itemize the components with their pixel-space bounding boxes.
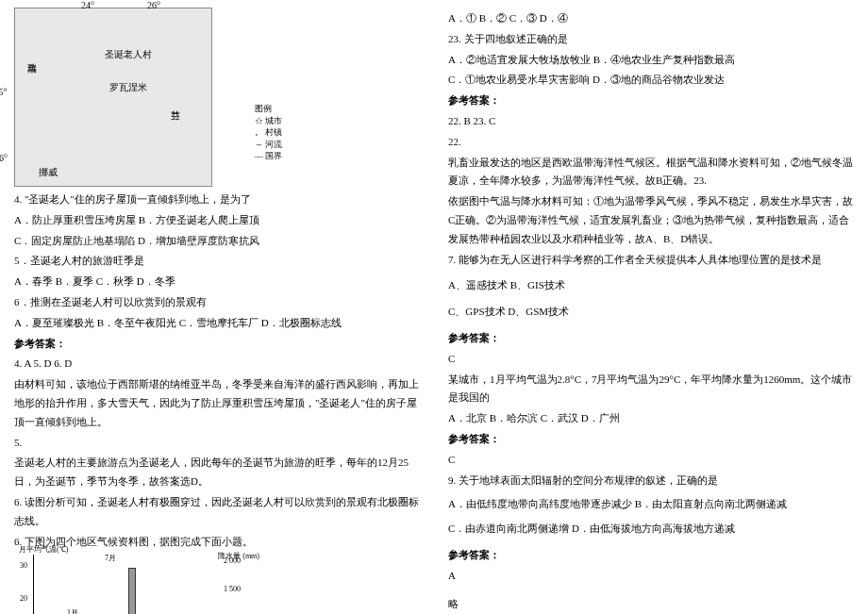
q9-opts-ab: A．由低纬度地带向高纬度地带逐步减少 B．由太阳直射点向南北两侧递减 [448,495,854,514]
exp-22: 乳畜业最发达的地区是西欧温带海洋性气候区。根据气温和降水资料可知，②地气候冬温夏… [448,154,854,191]
q4-opts-ab: A．防止厚重积雪压垮房屋 B．方便圣诞老人爬上屋顶 [14,211,420,230]
answer-9: A [448,567,854,586]
legend-city: ☆ 城市 [255,115,282,127]
map-legend: 图例 ☆ 城市 。 村镇 ～ 河流 — 国界 [255,103,282,162]
answer-label-7: 参考答案： [448,329,854,348]
q-chart-intro: 6. 下图为四个地区气候资料图，据图完成下面小题。 [14,533,420,552]
climate-chart: 降水量 (mm) 30 20 10 0 2 000 1 500 1 000 50… [33,555,212,614]
exp-23: 依据图中气温与降水材料可知：①地为温带季风气候，季风不稳定，易发生水旱灾害，故C… [448,192,854,248]
country-norway: 挪威 [39,164,58,181]
q9-stem: 9. 关于地球表面太阳辐射的空间分布规律的叙述，正确的是 [448,472,854,490]
lon-24: 24° [81,0,94,14]
answer-2223: 22. B 23. C [448,112,854,131]
answer-7: C [448,350,854,369]
q7-opts-cd: C、GPS技术 D、GSM技术 [448,303,854,322]
q9-opts-cd: C．由赤道向南北两侧递增 D．由低海拔地方向高海拔地方递减 [448,520,854,539]
q6-stem: 6．推测在圣诞老人村可以欣赏到的景观有 [14,293,420,312]
legend-river: ～ 河流 [255,139,282,151]
rtick-1500: 1 500 [224,583,241,596]
answer-label-8: 参考答案： [448,430,854,449]
q7-opts-ab: A、遥感技术 B、GIS技术 [448,276,854,295]
q5-opts: A．春季 B．夏季 C．秋季 D．冬季 [14,273,420,291]
answer-8: C [448,451,854,470]
q4-opts-cd: C．固定房屋防止地基塌陷 D．增加墙壁厚度防寒抗风 [14,232,420,251]
legend-title: 图例 [255,103,282,115]
rtick-2000: 2 000 [224,555,241,568]
answer-label-2223: 参考答案： [448,91,854,110]
q7-stem: 7. 能够为在无人区进行科学考察的工作者全天候提供本人具体地理位置的是技术是 [448,251,854,270]
map-figure: 24° 26° 66.5° 66° 圣诞老人村 罗瓦涅米 瑞典 芬兰 挪威 图例… [14,8,212,187]
answer-label-456: 参考答案： [14,335,420,354]
q8-opts: A．北京 B．哈尔滨 C．武汉 D．广州 [448,409,854,428]
place-rov: 罗瓦涅米 [109,79,147,96]
q23-opts-cd: C．①地农业易受水旱灾害影响 D．③地的商品谷物农业发达 [448,71,854,90]
q6-opts: A．夏至璀璨极光 B．冬至午夜阳光 C．雪地摩托车厂 D．北极圈标志线 [14,314,420,333]
q4-stem: 4. "圣诞老人"住的房子屋顶一直倾斜到地上，是为了 [14,191,420,209]
q23-stem: 23. 关于四地叙述正确的是 [448,30,854,49]
bar-3 [128,568,136,614]
tick-30: 30 [20,559,27,573]
exp-4: 由材料可知，该地位于西部斯堪的纳维亚半岛，冬季受来自海洋的盛行西风影响，再加上地… [14,375,420,431]
lon-26: 26° [147,0,160,14]
exp-6: 6. 读图分析可知，圣诞老人村有极圈穿过，因此圣诞老人村可以欣赏到的景观有北极圈… [14,493,420,531]
label-1month: 1月 [67,606,78,614]
q5-stem: 5．圣诞老人村的旅游旺季是 [14,252,420,271]
answer-9-exp: 略 [448,595,854,614]
exp-22n: 22. [448,133,854,152]
lat-665: 66.5° [0,84,8,101]
lat-66: 66° [0,150,8,167]
legend-border: — 国界 [255,150,282,162]
tick-20: 20 [20,592,27,606]
q23-opts-ab: A．②地适宜发展大牧场放牧业 B．④地农业生产复种指数最高 [448,51,854,70]
exp-5n: 5. [14,434,420,453]
exp-5: 圣诞老人村的主要旅游点为圣诞老人，因此每年的圣诞节为旅游的旺季，每年的12月25… [14,454,420,491]
place-santa: 圣诞老人村 [105,46,152,63]
label-7month: 7月 [105,552,116,565]
answer-456: 4. A 5. D 6. D [14,355,420,373]
legend-village: 。 村镇 [255,126,282,139]
q22-opts: A．① B．② C．③ D．④ [448,9,854,28]
answer-label-9: 参考答案： [448,546,854,565]
q8-intro: 某城市，1月平均气温为2.8°C，7月平均气温为29°C，年平均降水量为1260… [448,371,854,408]
